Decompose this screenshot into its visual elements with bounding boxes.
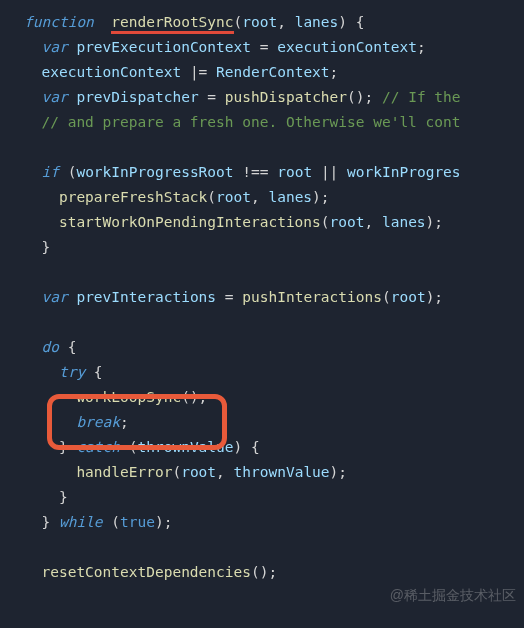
var: prevExecutionContext — [76, 39, 251, 55]
keyword: if — [41, 164, 58, 180]
call-highlighted: workLoopSync — [76, 389, 181, 405]
call: startWorkOnPendingInteractions — [59, 214, 321, 230]
expr: workInProgres — [347, 164, 461, 180]
keyword: break — [76, 414, 120, 430]
call: resetContextDependencies — [41, 564, 251, 580]
expr: RenderContext — [216, 64, 330, 80]
keyword: var — [41, 289, 67, 305]
arg: root — [216, 189, 251, 205]
var: prevDispatcher — [76, 89, 198, 105]
arg: lanes — [382, 214, 426, 230]
keyword: catch — [76, 439, 120, 455]
var: executionContext — [41, 64, 181, 80]
expr: executionContext — [277, 39, 417, 55]
arg: thrownValue — [234, 464, 330, 480]
keyword: var — [41, 89, 67, 105]
param: lanes — [295, 14, 339, 30]
keyword: var — [41, 39, 67, 55]
call: handleError — [76, 464, 172, 480]
call: pushInteractions — [242, 289, 382, 305]
comment: // and prepare a fresh one. Otherwise we… — [41, 114, 460, 130]
code-block: function renderRootSync(root, lanes) { v… — [0, 0, 524, 585]
keyword: do — [41, 339, 58, 355]
call: pushDispatcher — [225, 89, 347, 105]
arg: root — [330, 214, 365, 230]
keyword: function — [24, 14, 94, 30]
call: prepareFreshStack — [59, 189, 207, 205]
arg: lanes — [268, 189, 312, 205]
param: root — [242, 14, 277, 30]
comment: // If the — [382, 89, 461, 105]
arg: root — [391, 289, 426, 305]
arg: root — [181, 464, 216, 480]
param: thrownValue — [138, 439, 234, 455]
expr: workInProgressRoot — [76, 164, 233, 180]
watermark: @稀土掘金技术社区 — [390, 583, 516, 608]
function-name: renderRootSync — [111, 14, 233, 34]
expr: root — [277, 164, 312, 180]
keyword: try — [59, 364, 85, 380]
literal: true — [120, 514, 155, 530]
keyword: while — [59, 514, 103, 530]
var: prevInteractions — [76, 289, 216, 305]
